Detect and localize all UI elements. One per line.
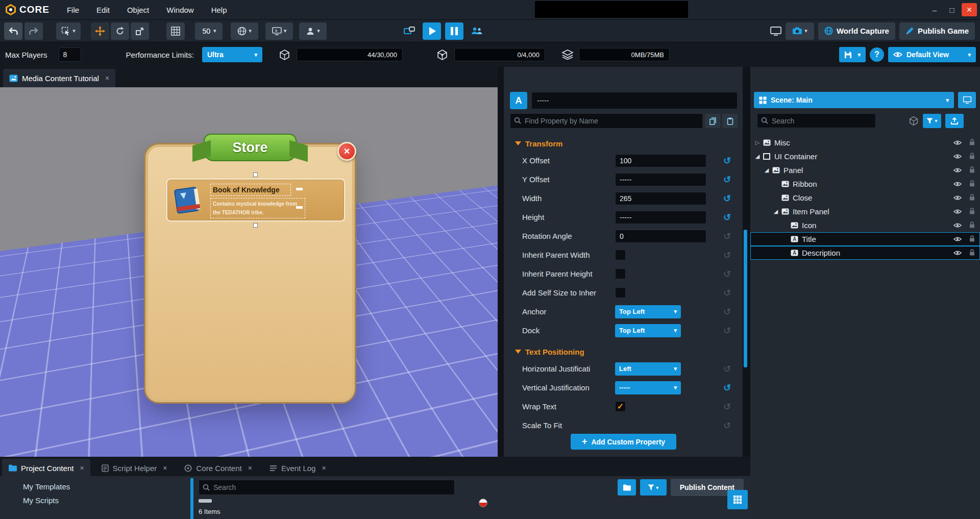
hierarchy-item-icon[interactable]: Icon [750, 218, 980, 232]
hierarchy-item-close[interactable]: Close [750, 191, 980, 205]
close-tab-icon[interactable]: × [163, 464, 167, 472]
lock-icon[interactable] [969, 249, 975, 257]
default-view-dropdown[interactable]: Default View ▾ [888, 47, 976, 62]
close-tab-icon[interactable]: × [80, 464, 84, 472]
minimize-button[interactable]: – [927, 3, 942, 16]
publish-game-button[interactable]: Publish Game [899, 22, 975, 40]
menu-object[interactable]: Object [127, 6, 149, 14]
visibility-eye-icon[interactable] [953, 138, 962, 147]
tab-project-content[interactable]: Project Content × [2, 459, 90, 477]
save-view-dropdown[interactable]: ▾ [839, 47, 866, 62]
inherit-parent-width-checkbox[interactable] [615, 250, 626, 260]
menu-file[interactable]: File [67, 6, 79, 14]
copy-properties-button[interactable] [705, 114, 720, 128]
filter-object-icon[interactable] [909, 116, 919, 126]
close-tab-icon[interactable]: × [322, 464, 326, 472]
close-tab-icon[interactable]: × [105, 74, 109, 82]
width-input[interactable] [615, 192, 706, 205]
hierarchy-item-title[interactable]: A Title [750, 232, 980, 246]
find-property-input[interactable] [510, 113, 703, 129]
lock-icon[interactable] [969, 152, 975, 161]
capture-camera-dropdown[interactable]: ▾ [786, 22, 814, 40]
play-button[interactable] [423, 22, 441, 40]
content-filter-button[interactable]: ▾ [640, 479, 667, 496]
hierarchy-item-item-panel[interactable]: ◢ Item Panel [750, 205, 980, 218]
inherit-parent-height-checkbox[interactable] [615, 268, 626, 279]
reset-icon[interactable]: ↺ [723, 307, 731, 316]
sidebar-divider[interactable] [190, 478, 193, 519]
lock-icon[interactable] [969, 166, 975, 175]
world-options-dropdown[interactable]: ▾ [231, 22, 258, 40]
visibility-eye-icon[interactable] [953, 152, 962, 161]
x-offset-input[interactable] [615, 154, 706, 167]
visibility-eye-icon[interactable] [953, 235, 962, 243]
hierarchy-item-misc[interactable]: ▷ Misc [750, 136, 980, 150]
hierarchy-search-input[interactable] [757, 113, 876, 128]
object-name-input[interactable] [531, 92, 738, 109]
horizontal-justification-dropdown[interactable]: Left ▾ [615, 362, 681, 376]
snap-size-dropdown[interactable]: 50 ▾ [195, 22, 223, 40]
reset-icon[interactable]: ↺ [723, 194, 731, 203]
visibility-eye-icon[interactable] [953, 180, 962, 188]
hierarchy-item-ribbon[interactable]: Ribbon [750, 177, 980, 191]
scrollbar-thumb[interactable] [744, 230, 747, 367]
section-transform[interactable]: Transform [515, 136, 743, 151]
restore-button[interactable]: □ [944, 3, 960, 16]
reset-icon[interactable]: ↺ [723, 326, 731, 335]
vertical-justification-dropdown[interactable]: ----- ▾ [615, 381, 681, 394]
expand-arrow-icon[interactable]: ◢ [772, 208, 780, 215]
hierarchy-item-ui-container[interactable]: ◢ UI Container [750, 150, 980, 163]
hierarchy-item-panel[interactable]: ◢ Panel [750, 163, 980, 177]
lock-icon[interactable] [969, 193, 975, 202]
scene-manager-button[interactable] [958, 92, 976, 108]
add-custom-property-button[interactable]: + Add Custom Property [571, 434, 676, 450]
performance-limits-dropdown[interactable]: Ultra ▾ [202, 47, 262, 62]
menu-window[interactable]: Window [166, 6, 193, 14]
menu-help[interactable]: Help [211, 6, 227, 14]
tab-script-helper[interactable]: Script Helper × [95, 459, 174, 477]
display-icon[interactable] [770, 27, 781, 36]
multi-viewport-button[interactable] [400, 22, 419, 40]
redo-button[interactable] [24, 22, 43, 40]
avatar-options-dropdown[interactable]: ▾ [299, 22, 327, 40]
reset-icon[interactable]: ↺ [723, 288, 731, 298]
select-tool-button[interactable]: ▾ [56, 22, 81, 40]
y-offset-input[interactable] [615, 173, 706, 186]
wrap-text-checkbox[interactable]: ✓ [615, 401, 626, 412]
expand-arrow-icon[interactable]: ◢ [753, 153, 762, 160]
hierarchy-filter-button[interactable]: ▾ [923, 114, 941, 128]
rotate-tool-button[interactable] [111, 22, 129, 40]
paste-properties-button[interactable] [722, 114, 738, 128]
move-tool-button[interactable] [91, 22, 109, 40]
asset-thumbnail-sphere[interactable] [479, 499, 487, 507]
lock-icon[interactable] [969, 138, 975, 147]
reset-icon[interactable]: ↺ [723, 213, 731, 222]
lock-icon[interactable] [969, 207, 975, 216]
sidebar-item-my-scripts[interactable]: My Scripts [23, 496, 750, 505]
max-players-input[interactable] [59, 47, 81, 62]
viewport-canvas[interactable]: zxy Store × Book of Knowledge Contains m… [0, 87, 498, 457]
section-text-positioning[interactable]: Text Positioning [515, 344, 743, 359]
reset-icon[interactable]: ↺ [723, 269, 731, 279]
height-input[interactable] [615, 211, 706, 224]
lock-icon[interactable] [969, 180, 975, 188]
pause-button[interactable] [445, 22, 463, 40]
tab-event-log[interactable]: Event Log × [263, 459, 332, 477]
lock-icon[interactable] [969, 235, 975, 243]
reset-icon[interactable]: ↺ [723, 232, 731, 241]
help-button[interactable]: ? [870, 47, 884, 62]
selection-handle[interactable] [253, 223, 258, 228]
reset-icon[interactable]: ↺ [723, 383, 731, 392]
anchor-dropdown[interactable]: Top Left ▾ [615, 305, 681, 318]
visibility-eye-icon[interactable] [953, 207, 962, 216]
grid-snap-button[interactable] [166, 22, 185, 40]
scale-tool-button[interactable] [131, 22, 149, 40]
scene-selector-dropdown[interactable]: Scene: Main ▾ [754, 92, 954, 108]
content-search-input[interactable] [199, 480, 455, 495]
menu-edit[interactable]: Edit [96, 6, 110, 14]
reset-icon[interactable]: ↺ [723, 421, 731, 430]
add-self-size-checkbox[interactable] [615, 287, 626, 298]
dock-dropdown[interactable]: Top Left ▾ [615, 324, 681, 337]
visibility-eye-icon[interactable] [953, 249, 962, 257]
export-template-button[interactable] [945, 114, 964, 128]
